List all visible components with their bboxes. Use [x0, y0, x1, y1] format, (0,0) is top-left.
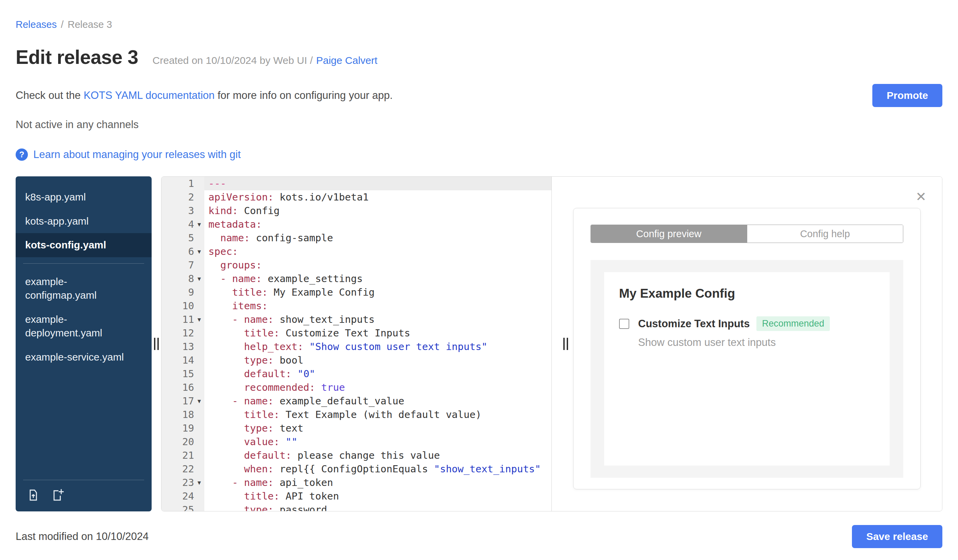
close-icon[interactable]: ✕ — [915, 190, 926, 203]
fold-arrow-icon[interactable]: ▾ — [194, 272, 204, 285]
file-name-label: k8s-app.yaml — [25, 190, 86, 204]
code-line-text: type: bool — [204, 353, 551, 367]
author-link[interactable]: Paige Calvert — [316, 55, 377, 66]
code-line-6[interactable]: 6▾spec: — [162, 245, 551, 258]
created-meta: Created on 10/10/2024 by Web UI / Paige … — [153, 55, 378, 66]
code-line-16[interactable]: 16 recommended: true — [162, 381, 551, 394]
line-number: 6 — [188, 245, 194, 258]
git-help-link[interactable]: Learn about managing your releases with … — [33, 149, 241, 161]
line-number: 11 — [182, 313, 194, 326]
code-line-10[interactable]: 10 items: — [162, 299, 551, 313]
line-number: 15 — [182, 367, 194, 381]
line-number: 23 — [182, 476, 194, 489]
file-item-example-service.yaml[interactable]: example-service.yaml — [16, 345, 152, 369]
code-line-5[interactable]: 5 name: config-sample — [162, 231, 551, 245]
file-item-k8s-app.yaml[interactable]: k8s-app.yaml — [16, 185, 152, 209]
line-number-gutter: 2 — [162, 190, 204, 204]
code-line-21[interactable]: 21 default: please change this value — [162, 449, 551, 462]
code-line-text: items: — [204, 299, 551, 313]
code-line-22[interactable]: 22 when: repl{{ ConfigOptionEquals "show… — [162, 462, 551, 476]
line-number-gutter: 10 — [162, 299, 204, 313]
code-line-9[interactable]: 9 title: My Example Config — [162, 285, 551, 299]
code-line-text: apiVersion: kots.io/v1beta1 — [204, 190, 551, 204]
code-line-20[interactable]: 20 value: "" — [162, 435, 551, 449]
save-release-button[interactable]: Save release — [852, 525, 942, 548]
line-number-gutter: 14 — [162, 353, 204, 367]
line-number-gutter: 6▾ — [162, 245, 204, 258]
code-line-text: recommended: true — [204, 381, 551, 394]
code-line-7[interactable]: 7 groups: — [162, 258, 551, 272]
tab-config-preview[interactable]: Config preview — [591, 225, 747, 243]
line-number: 20 — [182, 435, 194, 449]
fold-arrow-icon[interactable]: ▾ — [194, 245, 204, 258]
file-item-kots-config.yaml[interactable]: kots-config.yaml — [16, 233, 152, 257]
code-line-19[interactable]: 19 type: text — [162, 421, 551, 435]
fold-arrow-slot — [194, 503, 204, 511]
file-item-example-deployment.yaml[interactable]: example-deployment.yaml — [16, 307, 152, 345]
line-number-gutter: 9 — [162, 285, 204, 299]
question-circle-icon: ? — [16, 149, 28, 161]
fold-arrow-icon[interactable]: ▾ — [194, 476, 204, 489]
breadcrumb-releases-link[interactable]: Releases — [16, 19, 57, 30]
customize-text-inputs-checkbox[interactable] — [619, 319, 629, 329]
fold-arrow-icon[interactable]: ▾ — [194, 394, 204, 408]
line-number: 24 — [182, 489, 194, 503]
fold-arrow-slot — [194, 421, 204, 435]
footer-row: Last modified on 10/10/2024 Save release — [16, 525, 942, 548]
config-render-area: My Example Config Customize Text Inputs … — [590, 260, 903, 478]
breadcrumb: Releases / Release 3 — [16, 19, 942, 30]
tab-config-help[interactable]: Config help — [747, 225, 903, 243]
code-line-text: spec: — [204, 245, 551, 258]
line-number: 4 — [188, 217, 194, 231]
code-line-2[interactable]: 2apiVersion: kots.io/v1beta1 — [162, 190, 551, 204]
kots-docs-link[interactable]: KOTS YAML documentation — [84, 89, 214, 101]
code-line-12[interactable]: 12 title: Customize Text Inputs — [162, 326, 551, 340]
fold-arrow-slot — [194, 489, 204, 503]
code-line-13[interactable]: 13 help_text: "Show custom user text inp… — [162, 340, 551, 353]
code-line-17[interactable]: 17▾ - name: example_default_value — [162, 394, 551, 408]
code-line-11[interactable]: 11▾ - name: show_text_inputs — [162, 313, 551, 326]
code-line-23[interactable]: 23▾ - name: api_token — [162, 476, 551, 489]
line-number: 14 — [182, 353, 194, 367]
upload-file-icon[interactable] — [26, 487, 41, 503]
release-workspace: k8s-app.yamlkots-app.yamlkots-config.yam… — [16, 176, 942, 511]
line-number-gutter: 7 — [162, 258, 204, 272]
code-line-25[interactable]: 25 type: password — [162, 503, 551, 511]
line-number: 13 — [182, 340, 194, 353]
code-line-18[interactable]: 18 title: Text Example (with default val… — [162, 408, 551, 421]
promote-button[interactable]: Promote — [872, 84, 942, 107]
code-line-text: - name: example_settings — [204, 272, 551, 285]
file-item-example-configmap.yaml[interactable]: example-configmap.yaml — [16, 270, 152, 307]
fold-arrow-slot — [194, 435, 204, 449]
yaml-code-editor[interactable]: 1---2apiVersion: kots.io/v1beta13kind: C… — [162, 177, 552, 511]
code-line-1[interactable]: 1--- — [162, 177, 551, 190]
code-line-24[interactable]: 24 title: API token — [162, 489, 551, 503]
line-number-gutter: 13 — [162, 340, 204, 353]
code-line-8[interactable]: 8▾ - name: example_settings — [162, 272, 551, 285]
config-item-row: Customize Text Inputs Recommended — [619, 316, 875, 331]
code-line-text: name: config-sample — [204, 231, 551, 245]
code-line-14[interactable]: 14 type: bool — [162, 353, 551, 367]
title-row: Edit release 3 Created on 10/10/2024 by … — [16, 46, 942, 68]
code-line-text: groups: — [204, 258, 551, 272]
code-line-4[interactable]: 4▾metadata: — [162, 217, 551, 231]
fold-arrow-slot — [194, 204, 204, 217]
code-line-15[interactable]: 15 default: "0" — [162, 367, 551, 381]
file-name-label: kots-config.yaml — [25, 238, 106, 252]
code-line-text: title: Customize Text Inputs — [204, 326, 551, 340]
file-item-kots-app.yaml[interactable]: kots-app.yaml — [16, 209, 152, 233]
fold-arrow-slot — [194, 190, 204, 204]
pane-resize-handle-left[interactable] — [154, 338, 159, 350]
new-file-icon[interactable] — [50, 487, 65, 503]
pane-resize-handle-right[interactable] — [563, 338, 568, 350]
line-number: 12 — [182, 326, 194, 340]
fold-arrow-slot — [194, 231, 204, 245]
fold-arrow-slot — [194, 285, 204, 299]
line-number: 17 — [182, 394, 194, 408]
code-line-3[interactable]: 3kind: Config — [162, 204, 551, 217]
fold-arrow-icon[interactable]: ▾ — [194, 217, 204, 231]
code-line-text: help_text: "Show custom user text inputs… — [204, 340, 551, 353]
last-modified-text: Last modified on 10/10/2024 — [16, 530, 149, 543]
line-number: 25 — [182, 503, 194, 511]
fold-arrow-icon[interactable]: ▾ — [194, 313, 204, 326]
